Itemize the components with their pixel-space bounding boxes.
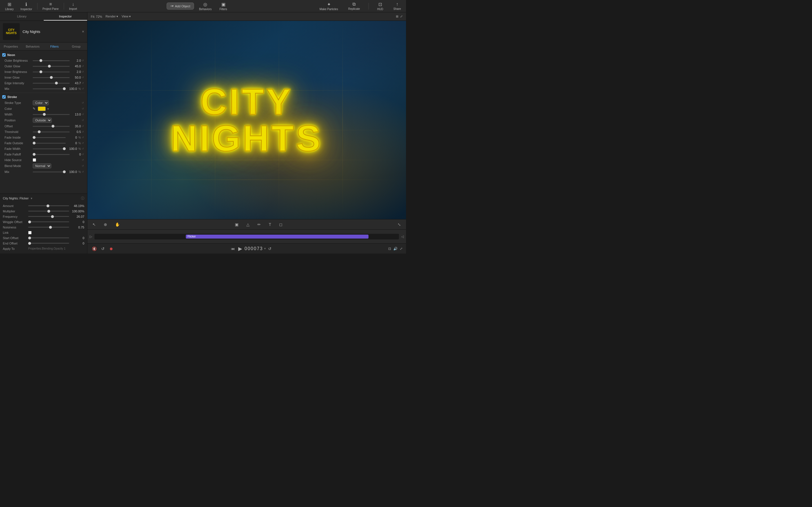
library-button[interactable]: ⊞ Library [2,1,17,12]
width-reset[interactable]: ↺ [81,112,85,116]
filters-button[interactable]: ▣ Filters [216,1,230,12]
mask-tool[interactable]: ◻ [277,222,284,227]
shape-tool[interactable]: △ [245,222,251,227]
flicker-start-slider[interactable] [28,237,69,238]
flicker-end-slider[interactable] [28,243,69,244]
expand-icon[interactable]: ⤢ [400,15,403,18]
tab-group[interactable]: Group [65,43,87,50]
outer-glow-reset[interactable]: ↺ [81,64,85,68]
stroke-type-reset[interactable]: ↺ [81,101,85,105]
stroke-mix-reset[interactable]: ↺ [81,170,85,174]
pen-tool[interactable]: ✏ [256,222,262,227]
play-button[interactable]: ▶ [237,245,243,252]
eyedropper-icon[interactable]: ✎ [33,107,36,111]
edge-intensity-reset[interactable]: ↺ [81,81,85,85]
flicker-noisiness-slider[interactable] [28,227,69,228]
import-button[interactable]: ↓ Import [66,1,80,11]
timecode-dropdown[interactable]: ▾ [264,247,266,250]
hud-button[interactable]: ⊡ HUD [374,1,386,12]
flicker-link-checkbox[interactable] [28,231,32,234]
make-particles-button[interactable]: ✦ Make Particles [317,1,341,12]
offset-slider[interactable] [33,126,70,127]
display-icon[interactable]: ⊡ [388,247,391,251]
flicker-frequency-slider[interactable] [28,216,69,217]
fade-falloff-slider[interactable] [33,154,70,155]
fade-falloff-reset[interactable]: ↺ [81,152,85,156]
fit-control[interactable]: Fit: 72% [91,15,102,18]
position-reset[interactable]: ↺ [81,118,85,122]
hide-source-reset[interactable]: ↺ [81,158,85,162]
inner-glow-slider[interactable] [33,77,70,78]
offset-reset[interactable]: ↺ [81,124,85,128]
color-label: Color [4,107,33,110]
render-control[interactable]: Render ▾ [105,15,118,18]
timeline-start-marker[interactable]: ▷ [90,235,92,238]
outer-brightness-slider[interactable] [33,60,70,61]
audio-icon[interactable]: 🔊 [393,247,398,251]
width-slider[interactable] [33,114,70,115]
inner-brightness-reset[interactable]: ↺ [81,70,85,74]
blend-mode-dropdown[interactable]: Normal [33,163,51,168]
tab-filters[interactable]: Filters [44,43,65,50]
edge-intensity-slider[interactable] [33,83,70,83]
paint-tool[interactable]: ▣ [233,222,240,227]
fade-inside-slider[interactable] [33,137,66,138]
flicker-amount-slider[interactable] [28,205,69,206]
outer-glow-slider[interactable] [33,66,70,67]
inspector-button[interactable]: ℹ Inspector [18,1,35,12]
hide-source-checkbox[interactable] [33,158,36,162]
unmute-button[interactable]: 🔇 [91,246,98,251]
replicate-button[interactable]: ⧉ Replicate [345,1,363,11]
fade-width-slider[interactable] [33,149,66,149]
timeline-bar: ▷ Flicker ◁ [87,229,406,243]
add-object-button[interactable]: +▾ Add Object [167,3,194,10]
inspector-tab[interactable]: Inspector [44,12,87,20]
fade-width-reset[interactable]: ↺ [81,147,85,151]
color-swatch[interactable] [38,107,46,111]
record-button[interactable]: ⏺ [108,246,114,251]
inner-glow-reset[interactable]: ↺ [81,75,85,79]
grid-icon[interactable]: ⊞ [396,15,398,18]
text-tool[interactable]: T [267,222,273,227]
stroke-mix-slider[interactable] [33,172,66,172]
flicker-wriggle-slider[interactable] [28,221,69,222]
skip-forward-button[interactable]: ↺ [267,246,273,251]
stroke-type-dropdown[interactable]: Color [33,100,49,105]
skip-back-button[interactable]: ⏮ [230,246,236,251]
tab-behaviors[interactable]: Behaviors [22,43,43,50]
timeline-track[interactable]: Flicker [94,234,399,239]
view-control[interactable]: View ▾ [122,15,131,18]
timeline-end-marker[interactable]: ◁ [401,235,404,238]
blend-mode-reset[interactable]: ↺ [81,164,85,168]
fullscreen-icon[interactable]: ⤢ [400,247,403,251]
fade-outside-reset[interactable]: ↺ [81,141,85,145]
color-reset[interactable]: ↺ [81,107,85,111]
fade-inside-reset[interactable]: ↺ [81,135,85,139]
hand-tool[interactable]: ✋ [113,222,121,227]
stroke-enabled-checkbox[interactable] [2,95,6,99]
threshold-reset[interactable]: ↺ [81,130,85,134]
neon-mix-slider[interactable] [33,89,66,89]
outer-brightness-reset[interactable]: ↺ [81,59,85,62]
outer-brightness-value: 2.0 [71,59,81,62]
inner-brightness-slider[interactable] [33,71,70,72]
share-button[interactable]: ↑ Share [391,1,404,11]
library-tab[interactable]: Library [0,12,44,20]
neon-mix-reset[interactable]: ↺ [81,87,85,91]
position-dropdown[interactable]: Outside [33,118,52,123]
color-dropdown-arrow[interactable]: ▾ [47,107,49,110]
select-tool[interactable]: ↖ [91,222,98,227]
flicker-info-icon[interactable]: ⓘ [81,196,84,201]
loop-button[interactable]: ↺ [100,246,106,251]
neon-enabled-checkbox[interactable] [2,53,6,57]
tab-properties[interactable]: Properties [0,43,22,50]
threshold-slider[interactable] [33,131,70,132]
flicker-multiplier-slider[interactable] [28,211,69,212]
flicker-dropdown-arrow[interactable]: ▾ [31,196,33,200]
behaviors-button[interactable]: ◎ Behaviors [196,1,214,12]
zoom-fit-icon[interactable]: ⤡ [396,222,403,227]
close-icon[interactable]: ✕ [82,30,84,34]
fade-outside-slider[interactable] [33,143,66,144]
transform-tool[interactable]: ⊕ [102,222,109,227]
project-pane-button[interactable]: ≡ Project Pane [40,1,61,11]
